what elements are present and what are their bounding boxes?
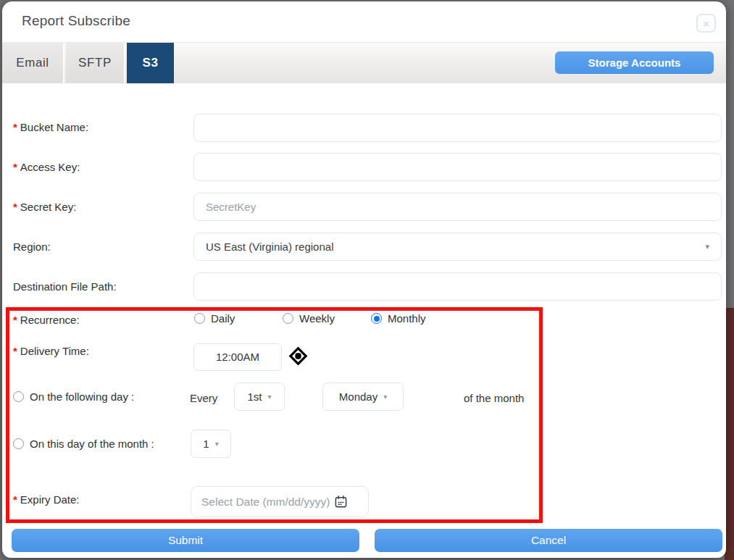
expiry-date-input[interactable]: Select Date (mm/dd/yyyy) — [191, 486, 369, 517]
chevron-down-icon: ▾ — [267, 393, 271, 401]
radio-following-day[interactable]: On the following day : — [13, 390, 134, 403]
required-asterisk: * — [13, 201, 17, 213]
ordinal-value: 1st — [247, 390, 262, 403]
report-subscribe-dialog: Report Subscribe × Email SFTP S3 Storage… — [2, 1, 726, 558]
radio-circle-icon — [194, 313, 205, 324]
access-key-input[interactable] — [193, 153, 722, 181]
secret-key-label: *Secret Key: — [13, 201, 76, 214]
storage-accounts-button[interactable]: Storage Accounts — [555, 51, 714, 74]
weekday-select[interactable]: Monday ▾ — [322, 383, 404, 411]
required-asterisk: * — [13, 121, 17, 133]
radio-selected-icon — [371, 313, 382, 324]
day-select[interactable]: 1 ▾ — [191, 430, 231, 458]
of-the-month-label: of the month — [464, 392, 524, 404]
radio-daily[interactable]: Daily — [194, 312, 235, 325]
secret-key-input[interactable]: SecretKey — [193, 193, 722, 221]
required-asterisk: * — [13, 161, 17, 173]
required-asterisk: * — [13, 345, 17, 357]
submit-button[interactable]: Submit — [12, 529, 359, 552]
tab-sftp[interactable]: SFTP — [66, 43, 125, 83]
chevron-down-icon: ▾ — [383, 393, 387, 401]
close-icon[interactable]: × — [696, 14, 716, 33]
radio-circle-icon — [283, 313, 293, 324]
chevron-down-icon: ▾ — [215, 440, 219, 448]
calendar-icon — [334, 495, 348, 509]
tab-s3[interactable]: S3 — [127, 43, 174, 83]
expiry-date-label: *Expiry Date: — [13, 493, 80, 506]
tab-email[interactable]: Email — [2, 43, 64, 83]
radio-day-of-month[interactable]: On this day of the month : — [13, 438, 154, 450]
radio-daily-label: Daily — [211, 312, 235, 325]
radio-weekly[interactable]: Weekly — [283, 312, 335, 325]
dialog-title: Report Subscribe — [22, 13, 130, 29]
bucket-name-label: *Bucket Name: — [13, 121, 88, 134]
delivery-time-input[interactable]: 12:00AM — [193, 343, 282, 371]
region-select[interactable]: US East (Virginia) regional ▾ — [193, 233, 722, 261]
delivery-time-label: *Delivery Time: — [13, 345, 89, 358]
day-value: 1 — [203, 438, 209, 450]
cancel-button[interactable]: Cancel — [375, 529, 722, 552]
weekday-value: Monday — [339, 390, 378, 403]
access-key-label: *Access Key: — [13, 161, 80, 174]
region-label: Region: — [13, 241, 51, 254]
radio-circle-icon — [13, 438, 24, 449]
ordinal-select[interactable]: 1st ▾ — [234, 383, 285, 411]
required-asterisk: * — [13, 493, 17, 506]
radio-circle-icon — [13, 391, 24, 402]
radio-weekly-label: Weekly — [299, 312, 335, 325]
required-asterisk: * — [13, 314, 17, 326]
chevron-down-icon: ▾ — [705, 233, 709, 260]
radio-monthly[interactable]: Monthly — [371, 312, 426, 325]
time-spinner-icon[interactable] — [288, 346, 308, 366]
recurrence-label: *Recurrence: — [13, 314, 80, 327]
destination-file-path-input[interactable] — [193, 272, 722, 301]
radio-monthly-label: Monthly — [388, 312, 426, 325]
secret-key-placeholder: SecretKey — [206, 201, 256, 213]
expiry-date-placeholder: Select Date (mm/dd/yyyy) — [201, 496, 330, 509]
every-label: Every — [190, 392, 217, 404]
bucket-name-input[interactable] — [193, 114, 722, 142]
tab-bar: Email SFTP S3 Storage Accounts — [2, 43, 726, 83]
day-of-month-label: On this day of the month : — [30, 438, 154, 450]
following-day-label: On the following day : — [30, 390, 134, 403]
destination-file-path-label: Destination File Path: — [13, 280, 117, 293]
region-value: US East (Virginia) regional — [206, 241, 333, 253]
